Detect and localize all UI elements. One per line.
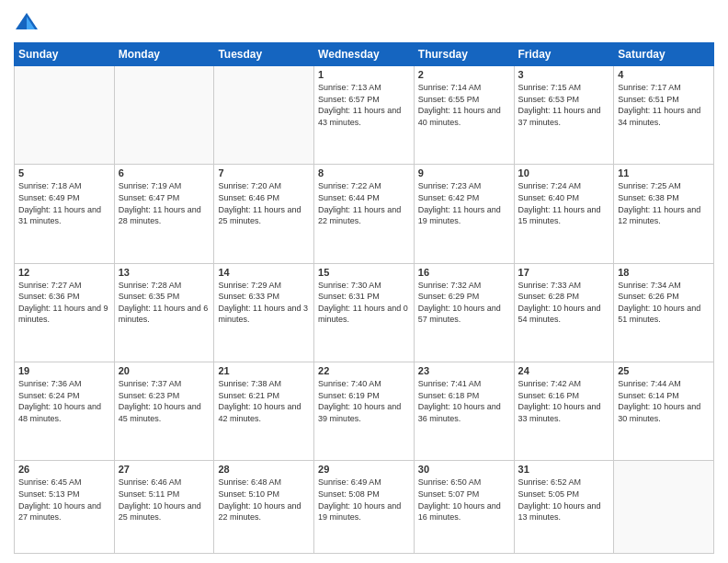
week-row-1: 1Sunrise: 7:13 AM Sunset: 6:57 PM Daylig… — [15, 66, 714, 165]
day-number: 6 — [119, 167, 210, 178]
day-info: Sunrise: 6:50 AM Sunset: 5:07 PM Dayligh… — [418, 477, 510, 523]
calendar-cell: 24Sunrise: 7:42 AM Sunset: 6:16 PM Dayli… — [514, 362, 614, 460]
day-number: 3 — [518, 69, 610, 80]
calendar-cell: 7Sunrise: 7:20 AM Sunset: 6:46 PM Daylig… — [214, 165, 314, 263]
day-info: Sunrise: 7:36 AM Sunset: 6:24 PM Dayligh… — [18, 378, 110, 424]
day-info: Sunrise: 7:33 AM Sunset: 6:28 PM Dayligh… — [518, 280, 610, 326]
day-info: Sunrise: 6:46 AM Sunset: 5:11 PM Dayligh… — [119, 477, 210, 523]
day-header-thursday: Thursday — [414, 43, 514, 66]
day-number: 14 — [218, 267, 310, 278]
day-info: Sunrise: 7:20 AM Sunset: 6:46 PM Dayligh… — [218, 180, 310, 226]
day-number: 22 — [318, 365, 410, 376]
day-number: 29 — [318, 464, 410, 475]
calendar-cell: 20Sunrise: 7:37 AM Sunset: 6:23 PM Dayli… — [114, 362, 214, 460]
calendar-cell: 9Sunrise: 7:23 AM Sunset: 6:42 PM Daylig… — [414, 165, 514, 263]
day-number: 4 — [618, 69, 710, 80]
day-number: 27 — [119, 464, 210, 475]
day-info: Sunrise: 7:19 AM Sunset: 6:47 PM Dayligh… — [119, 180, 210, 226]
day-info: Sunrise: 7:32 AM Sunset: 6:29 PM Dayligh… — [418, 280, 510, 326]
day-info: Sunrise: 6:48 AM Sunset: 5:10 PM Dayligh… — [218, 477, 310, 523]
calendar-table: SundayMondayTuesdayWednesdayThursdayFrid… — [14, 42, 714, 554]
day-number: 20 — [119, 365, 210, 376]
header-row: SundayMondayTuesdayWednesdayThursdayFrid… — [15, 43, 714, 66]
day-number: 16 — [418, 267, 510, 278]
day-number: 21 — [218, 365, 310, 376]
day-number: 23 — [418, 365, 510, 376]
day-number: 8 — [318, 167, 410, 178]
day-header-wednesday: Wednesday — [314, 43, 415, 66]
week-row-3: 12Sunrise: 7:27 AM Sunset: 6:36 PM Dayli… — [15, 263, 714, 362]
calendar-cell: 31Sunrise: 6:52 AM Sunset: 5:05 PM Dayli… — [514, 461, 614, 554]
day-number: 2 — [418, 69, 510, 80]
calendar-cell: 18Sunrise: 7:34 AM Sunset: 6:26 PM Dayli… — [614, 263, 714, 362]
day-number: 15 — [318, 267, 410, 278]
day-info: Sunrise: 7:34 AM Sunset: 6:26 PM Dayligh… — [618, 280, 710, 326]
day-info: Sunrise: 6:52 AM Sunset: 5:05 PM Dayligh… — [518, 477, 610, 523]
day-number: 30 — [418, 464, 510, 475]
day-info: Sunrise: 7:44 AM Sunset: 6:14 PM Dayligh… — [618, 378, 710, 424]
day-header-monday: Monday — [114, 43, 214, 66]
calendar-cell: 30Sunrise: 6:50 AM Sunset: 5:07 PM Dayli… — [414, 461, 514, 554]
calendar-cell: 29Sunrise: 6:49 AM Sunset: 5:08 PM Dayli… — [314, 461, 415, 554]
calendar-cell: 25Sunrise: 7:44 AM Sunset: 6:14 PM Dayli… — [614, 362, 714, 460]
calendar-cell: 16Sunrise: 7:32 AM Sunset: 6:29 PM Dayli… — [414, 263, 514, 362]
week-row-4: 19Sunrise: 7:36 AM Sunset: 6:24 PM Dayli… — [15, 362, 714, 460]
week-row-2: 5Sunrise: 7:18 AM Sunset: 6:49 PM Daylig… — [15, 165, 714, 263]
day-info: Sunrise: 7:37 AM Sunset: 6:23 PM Dayligh… — [119, 378, 210, 424]
calendar-cell — [214, 66, 314, 165]
calendar-cell: 4Sunrise: 7:17 AM Sunset: 6:51 PM Daylig… — [614, 66, 714, 165]
day-info: Sunrise: 7:14 AM Sunset: 6:55 PM Dayligh… — [418, 82, 510, 128]
day-info: Sunrise: 7:18 AM Sunset: 6:49 PM Dayligh… — [18, 180, 110, 226]
calendar-cell: 27Sunrise: 6:46 AM Sunset: 5:11 PM Dayli… — [114, 461, 214, 554]
day-info: Sunrise: 7:38 AM Sunset: 6:21 PM Dayligh… — [218, 378, 310, 424]
calendar-cell: 6Sunrise: 7:19 AM Sunset: 6:47 PM Daylig… — [114, 165, 214, 263]
page: SundayMondayTuesdayWednesdayThursdayFrid… — [0, 0, 728, 563]
calendar-cell: 11Sunrise: 7:25 AM Sunset: 6:38 PM Dayli… — [614, 165, 714, 263]
calendar-cell — [614, 461, 714, 554]
week-row-5: 26Sunrise: 6:45 AM Sunset: 5:13 PM Dayli… — [15, 461, 714, 554]
day-header-sunday: Sunday — [15, 43, 115, 66]
day-number: 28 — [218, 464, 310, 475]
calendar-cell: 19Sunrise: 7:36 AM Sunset: 6:24 PM Dayli… — [15, 362, 115, 460]
calendar-cell: 28Sunrise: 6:48 AM Sunset: 5:10 PM Dayli… — [214, 461, 314, 554]
calendar-cell: 22Sunrise: 7:40 AM Sunset: 6:19 PM Dayli… — [314, 362, 415, 460]
calendar-cell: 14Sunrise: 7:29 AM Sunset: 6:33 PM Dayli… — [214, 263, 314, 362]
day-number: 31 — [518, 464, 610, 475]
day-number: 18 — [618, 267, 710, 278]
calendar-cell: 21Sunrise: 7:38 AM Sunset: 6:21 PM Dayli… — [214, 362, 314, 460]
calendar-cell — [15, 66, 115, 165]
day-number: 19 — [18, 365, 110, 376]
day-number: 12 — [18, 267, 110, 278]
day-info: Sunrise: 7:41 AM Sunset: 6:18 PM Dayligh… — [418, 378, 510, 424]
day-info: Sunrise: 7:17 AM Sunset: 6:51 PM Dayligh… — [618, 82, 710, 128]
calendar-cell: 3Sunrise: 7:15 AM Sunset: 6:53 PM Daylig… — [514, 66, 614, 165]
calendar-cell: 23Sunrise: 7:41 AM Sunset: 6:18 PM Dayli… — [414, 362, 514, 460]
day-number: 11 — [618, 167, 710, 178]
day-info: Sunrise: 7:24 AM Sunset: 6:40 PM Dayligh… — [518, 180, 610, 226]
day-header-tuesday: Tuesday — [214, 43, 314, 66]
day-info: Sunrise: 7:27 AM Sunset: 6:36 PM Dayligh… — [18, 280, 110, 326]
calendar-cell: 12Sunrise: 7:27 AM Sunset: 6:36 PM Dayli… — [15, 263, 115, 362]
day-number: 10 — [518, 167, 610, 178]
day-number: 7 — [218, 167, 310, 178]
calendar-cell: 5Sunrise: 7:18 AM Sunset: 6:49 PM Daylig… — [15, 165, 115, 263]
day-number: 5 — [18, 167, 110, 178]
day-number: 17 — [518, 267, 610, 278]
logo — [14, 9, 43, 35]
calendar-cell: 17Sunrise: 7:33 AM Sunset: 6:28 PM Dayli… — [514, 263, 614, 362]
day-info: Sunrise: 7:40 AM Sunset: 6:19 PM Dayligh… — [318, 378, 410, 424]
day-header-saturday: Saturday — [614, 43, 714, 66]
header — [14, 9, 714, 35]
day-number: 9 — [418, 167, 510, 178]
day-info: Sunrise: 7:25 AM Sunset: 6:38 PM Dayligh… — [618, 180, 710, 226]
calendar-cell: 1Sunrise: 7:13 AM Sunset: 6:57 PM Daylig… — [314, 66, 415, 165]
day-number: 25 — [618, 365, 710, 376]
calendar-cell: 15Sunrise: 7:30 AM Sunset: 6:31 PM Dayli… — [314, 263, 415, 362]
day-info: Sunrise: 7:28 AM Sunset: 6:35 PM Dayligh… — [119, 280, 210, 326]
day-number: 26 — [18, 464, 110, 475]
calendar-cell: 8Sunrise: 7:22 AM Sunset: 6:44 PM Daylig… — [314, 165, 415, 263]
day-info: Sunrise: 7:42 AM Sunset: 6:16 PM Dayligh… — [518, 378, 610, 424]
day-info: Sunrise: 7:30 AM Sunset: 6:31 PM Dayligh… — [318, 280, 410, 326]
day-header-friday: Friday — [514, 43, 614, 66]
calendar-cell: 26Sunrise: 6:45 AM Sunset: 5:13 PM Dayli… — [15, 461, 115, 554]
